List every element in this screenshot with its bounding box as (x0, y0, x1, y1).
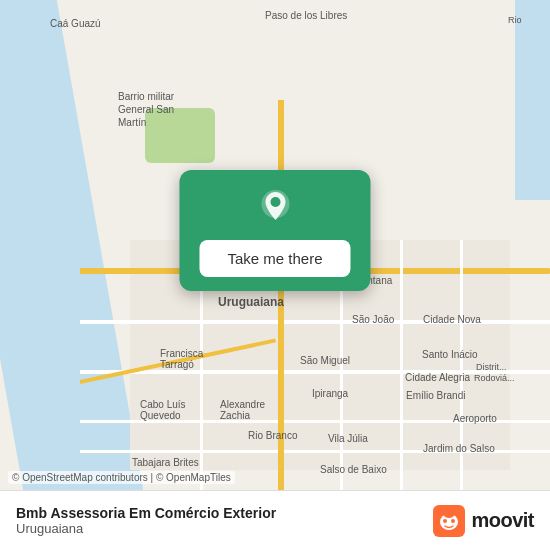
road-h3 (80, 370, 550, 374)
green-area-park (145, 108, 215, 163)
road-h5 (80, 450, 550, 453)
map-container: Caá Guazú Paso de los Libres Barrio mili… (0, 0, 550, 490)
road-v4 (400, 240, 403, 490)
svg-point-5 (451, 519, 455, 523)
moovit-text: moovit (471, 509, 534, 532)
road-h2 (80, 320, 550, 324)
map-attribution: © OpenStreetMap contributors | © OpenMap… (8, 471, 235, 484)
take-me-there-button[interactable]: Take me there (199, 240, 350, 277)
place-city: Uruguaiana (16, 521, 276, 536)
popup-card: Take me there (179, 170, 370, 291)
place-info: Bmb Assessoria Em Comércio Exterior Urug… (16, 505, 276, 536)
location-pin-icon (253, 186, 297, 230)
svg-point-1 (270, 197, 280, 207)
road-v5 (460, 240, 463, 490)
place-name: Bmb Assessoria Em Comércio Exterior (16, 505, 276, 521)
road-h4 (80, 420, 550, 423)
moovit-logo: moovit (433, 505, 534, 537)
river-right (515, 0, 550, 200)
moovit-icon (433, 505, 465, 537)
svg-point-6 (444, 512, 454, 518)
svg-point-4 (443, 519, 447, 523)
major-road-v1 (278, 100, 284, 490)
bottom-bar: Bmb Assessoria Em Comércio Exterior Urug… (0, 490, 550, 550)
